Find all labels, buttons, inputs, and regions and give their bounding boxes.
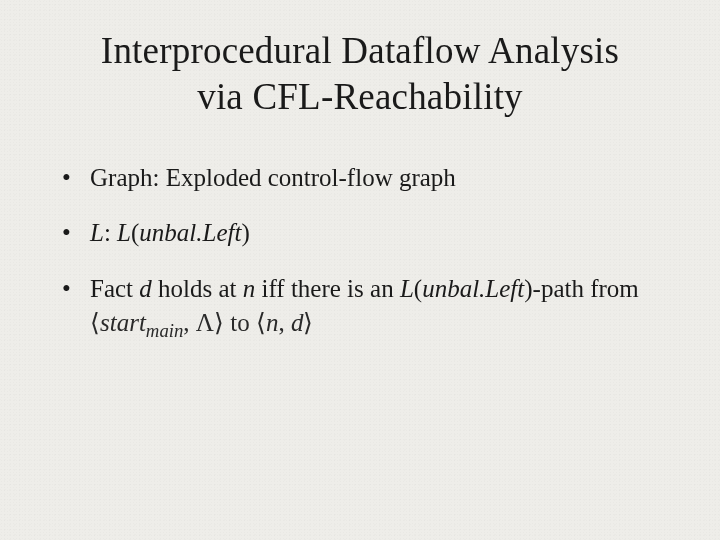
- bullet-3-n: n: [243, 275, 256, 302]
- bullet-item-3: Fact d holds at n iff there is an L(unba…: [62, 272, 670, 343]
- math-d: d: [291, 309, 304, 336]
- math-n: n: [266, 309, 279, 336]
- math-to: to: [224, 309, 256, 336]
- bullet-item-1: Graph: Exploded control-flow graph: [62, 161, 670, 195]
- math-sub-main: main: [146, 320, 184, 341]
- bullet-2-L: L: [90, 219, 104, 246]
- bullet-2-arg: unbal.Left: [139, 219, 241, 246]
- math-expression: ⟨startmain, Λ⟩ to ⟨n, d⟩: [90, 309, 313, 336]
- bullet-3-arg: unbal.Left: [422, 275, 524, 302]
- math-lambda: Λ: [196, 309, 214, 336]
- math-langle-1: ⟨: [90, 309, 100, 336]
- bullet-1-text: Graph: Exploded control-flow graph: [90, 164, 456, 191]
- math-comma-1: ,: [183, 309, 196, 336]
- title-line-1: Interprocedural Dataflow Analysis: [101, 30, 619, 71]
- title-line-2: via CFL-Reachability: [197, 76, 523, 117]
- bullet-3-a: Fact: [90, 275, 139, 302]
- math-start: start: [100, 309, 146, 336]
- bullet-3-c: iff there is an: [255, 275, 400, 302]
- bullet-3-d2: -path from: [533, 275, 639, 302]
- bullet-2-func: L: [117, 219, 131, 246]
- bullet-item-2: L: L(unbal.Left): [62, 216, 670, 250]
- bullet-list: Graph: Exploded control-flow graph L: L(…: [50, 161, 670, 344]
- bullet-3-d: d: [139, 275, 152, 302]
- bullet-3-paren-close: ): [524, 275, 532, 302]
- bullet-2-colon: :: [104, 219, 117, 246]
- bullet-3-func: L: [400, 275, 414, 302]
- math-comma-2: ,: [278, 309, 291, 336]
- slide-title: Interprocedural Dataflow Analysis via CF…: [50, 28, 670, 121]
- math-rangle-1: ⟩: [214, 309, 224, 336]
- bullet-3-paren-open: (: [414, 275, 422, 302]
- math-rangle-2: ⟩: [303, 309, 313, 336]
- math-langle-2: ⟨: [256, 309, 266, 336]
- bullet-2-paren-close: ): [241, 219, 249, 246]
- bullet-3-b: holds at: [152, 275, 243, 302]
